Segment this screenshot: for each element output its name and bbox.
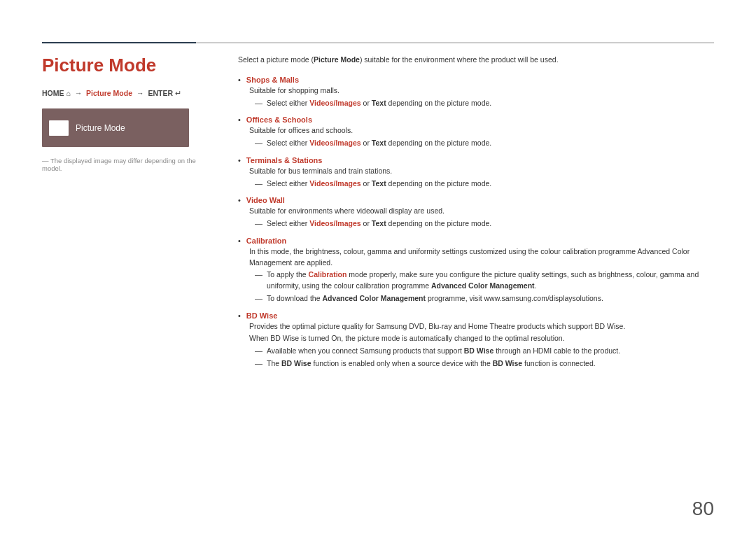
section-list: • Shops & Malls Suitable for shopping ma… <box>238 76 714 370</box>
section-desc-calibration: In this mode, the brightness, colour, ga… <box>249 246 714 269</box>
sub-text-calibration-2: To download the Advanced Color Managemen… <box>267 293 603 304</box>
sub-item-bdwise-1: ― Available when you connect Samsung pro… <box>255 346 714 357</box>
section-terminals-stations: • Terminals & Stations Suitable for bus … <box>238 156 714 190</box>
intro-highlight: Picture Mode <box>314 55 360 64</box>
sub-text-shops: Select either Videos/Images or Text depe… <box>267 98 491 109</box>
sub-item-calibration-2: ― To download the Advanced Color Managem… <box>255 293 714 304</box>
dash: ― <box>255 359 262 367</box>
sub-item-shops: ― Select either Videos/Images or Text de… <box>255 98 714 109</box>
home-label: HOME <box>42 89 64 97</box>
section-desc-terminals: Suitable for bus terminals and train sta… <box>249 166 714 177</box>
section-desc-shops: Suitable for shopping malls. <box>249 85 714 97</box>
section-desc-bdwise-2: When BD Wise is turned On, the picture m… <box>249 333 714 344</box>
intro-text: Select a picture mode (Picture Mode) sui… <box>238 55 714 66</box>
section-header-terminals: • Terminals & Stations <box>238 156 714 164</box>
section-header-videowall: • Video Wall <box>238 196 714 204</box>
section-header-bdwise: • BD Wise <box>238 311 714 320</box>
sub-item-videowall: ― Select either Videos/Images or Text de… <box>255 218 714 230</box>
sub-text-bdwise-1: Available when you connect Samsung produ… <box>267 346 620 357</box>
page-container: Picture Mode HOME ⌂ → Picture Mode → ENT… <box>42 49 714 506</box>
arrow2: → <box>136 89 144 97</box>
bullet: • <box>238 156 241 164</box>
enter-icon: ↵ <box>175 89 181 97</box>
section-bd-wise: • BD Wise Provides the optimal picture q… <box>238 311 714 370</box>
section-desc-bdwise-1: Provides the optimal picture quality for… <box>249 321 714 332</box>
bullet: • <box>238 76 241 84</box>
bullet: • <box>238 196 241 204</box>
section-title-terminals: Terminals & Stations <box>246 156 323 164</box>
section-video-wall: • Video Wall Suitable for environments w… <box>238 196 714 230</box>
section-shops-malls: • Shops & Malls Suitable for shopping ma… <box>238 76 714 109</box>
dash: ― <box>255 346 262 355</box>
left-column: Picture Mode HOME ⌂ → Picture Mode → ENT… <box>42 49 210 506</box>
section-header-offices: • Offices & Schools <box>238 115 714 124</box>
right-column: Select a picture mode (Picture Mode) sui… <box>238 49 714 506</box>
dash: ― <box>255 139 262 147</box>
dash: ― <box>255 99 262 107</box>
sub-item-terminals: ― Select either Videos/Images or Text de… <box>255 178 714 190</box>
page-title: Picture Mode <box>42 55 210 76</box>
section-calibration: • Calibration In this mode, the brightne… <box>238 237 714 304</box>
preview-icon <box>49 120 69 136</box>
dash: ― <box>255 179 262 188</box>
preview-label: Picture Mode <box>76 123 125 133</box>
bullet: • <box>238 311 241 320</box>
dash: ― <box>255 270 262 279</box>
note-text: ― The displayed image may differ dependi… <box>42 157 210 172</box>
enter-label: ENTER <box>148 89 173 97</box>
breadcrumb-link: Picture Mode <box>86 89 132 97</box>
section-header-calibration: • Calibration <box>238 237 714 245</box>
sub-text-terminals: Select either Videos/Images or Text depe… <box>267 178 491 190</box>
section-desc-videowall: Suitable for environments where videowal… <box>249 206 714 217</box>
sub-text-bdwise-2: The BD Wise function is enabled only whe… <box>267 358 596 370</box>
sub-text-calibration-1: To apply the Calibration mode properly, … <box>267 269 714 292</box>
section-title-calibration: Calibration <box>246 237 286 245</box>
top-border <box>42 42 714 43</box>
sub-text-offices: Select either Videos/Images or Text depe… <box>267 138 491 149</box>
section-offices-schools: • Offices & Schools Suitable for offices… <box>238 115 714 149</box>
sub-item-offices: ― Select either Videos/Images or Text de… <box>255 138 714 149</box>
section-title-shops: Shops & Malls <box>246 76 299 84</box>
breadcrumb: HOME ⌂ → Picture Mode → ENTER ↵ <box>42 89 210 97</box>
section-title-videowall: Video Wall <box>246 196 285 204</box>
section-title-bdwise: BD Wise <box>246 311 278 320</box>
home-icon: ⌂ <box>66 89 72 97</box>
page-number: 80 <box>692 498 714 520</box>
sub-item-bdwise-2: ― The BD Wise function is enabled only w… <box>255 358 714 370</box>
dash: ― <box>255 219 262 227</box>
section-header-shops: • Shops & Malls <box>238 76 714 84</box>
preview-box: Picture Mode <box>42 108 189 147</box>
sub-item-calibration-1: ― To apply the Calibration mode properly… <box>255 269 714 292</box>
bullet: • <box>238 237 241 245</box>
sub-text-videowall: Select either Videos/Images or Text depe… <box>267 218 491 230</box>
section-desc-offices: Suitable for offices and schools. <box>249 125 714 136</box>
section-title-offices: Offices & Schools <box>246 115 312 124</box>
bullet: • <box>238 115 241 124</box>
arrow1: → <box>75 89 83 97</box>
dash: ― <box>255 294 262 302</box>
